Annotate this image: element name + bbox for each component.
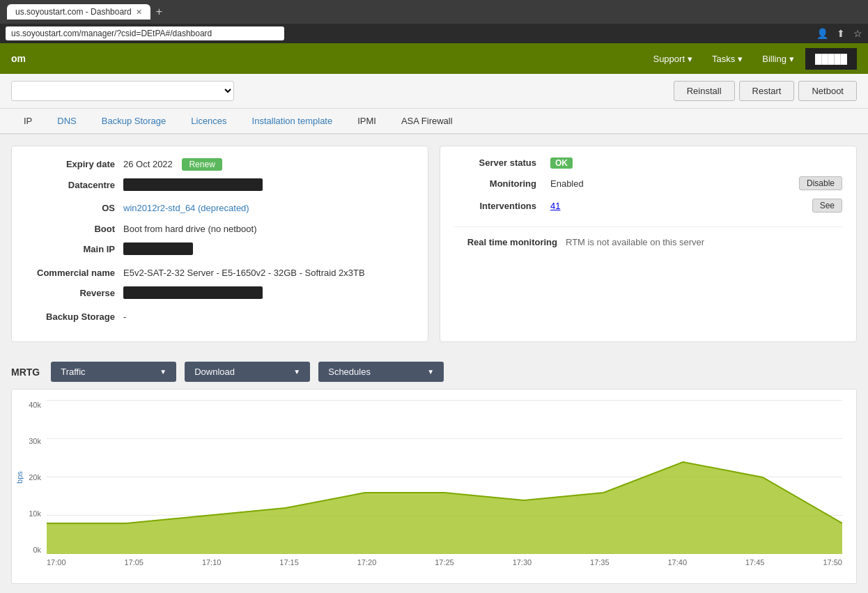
- nav-right: Support ▾ Tasks ▾ Billing ▾ █████: [644, 48, 857, 70]
- boot-label: Boot: [26, 222, 123, 236]
- top-nav: om Support ▾ Tasks ▾ Billing ▾ █████: [0, 43, 868, 74]
- expiry-date-label: Expiry date: [26, 157, 123, 171]
- traffic-arrow-icon: ▼: [160, 368, 166, 376]
- monitoring-value: Enabled: [550, 178, 793, 189]
- rtm-label: Real time monitoring: [454, 237, 566, 247]
- new-tab-button[interactable]: +: [156, 6, 162, 18]
- main-ip-value: [123, 242, 414, 259]
- reinstall-button[interactable]: Reinstall: [674, 81, 735, 101]
- action-buttons: Reinstall Restart Netboot: [674, 81, 857, 101]
- download-arrow-icon: ▼: [293, 368, 300, 376]
- browser-toolbar-icons: 👤 ⬆ ☆: [816, 28, 862, 39]
- tasks-button[interactable]: Tasks ▾: [704, 48, 751, 70]
- y-label-30k: 30k: [16, 437, 41, 445]
- address-bar: 👤 ⬆ ☆: [0, 24, 868, 43]
- support-chevron-icon: ▾: [688, 54, 692, 64]
- share-icon[interactable]: ⬆: [837, 28, 845, 39]
- address-input[interactable]: [6, 26, 284, 40]
- boot-row: Boot Boot from hard drive (no netboot): [26, 222, 414, 236]
- server-info-panel: Expiry date 26 Oct 2022 Renew Datacentre…: [11, 146, 428, 342]
- commercial-name-label: Commercial name: [26, 266, 123, 280]
- interventions-value: 41: [550, 201, 807, 211]
- disable-button[interactable]: Disable: [799, 176, 842, 190]
- reverse-value: [123, 286, 414, 303]
- server-status-label: Server status: [454, 157, 545, 168]
- backup-storage-label: Backup Storage: [26, 310, 123, 324]
- server-select[interactable]: [11, 81, 234, 101]
- datacentre-label: Datacentre: [26, 178, 123, 192]
- x-label-1750: 17:50: [823, 558, 842, 567]
- mrtg-header: MRTG Traffic ▼ Download ▼ Schedules ▼: [11, 353, 857, 389]
- os-link[interactable]: win2012r2-std_64 (deprecated): [123, 203, 249, 213]
- os-row: OS win2012r2-std_64 (deprecated): [26, 201, 414, 215]
- interventions-link[interactable]: 41: [550, 201, 560, 211]
- svg-marker-0: [47, 462, 842, 554]
- tab-installation-template[interactable]: Installation template: [240, 109, 346, 134]
- server-status-value: OK: [550, 157, 842, 168]
- see-button[interactable]: See: [812, 199, 842, 213]
- traffic-dropdown[interactable]: Traffic ▼: [51, 362, 176, 382]
- x-label-1745: 17:45: [745, 558, 765, 567]
- browser-tab[interactable]: us.soyoustart.com - Dashboard ✕: [7, 4, 150, 20]
- x-label-1710: 17:10: [202, 558, 222, 567]
- profile-icon[interactable]: 👤: [816, 28, 828, 39]
- y-label-40k: 40k: [16, 401, 41, 409]
- tab-asa-firewall[interactable]: ASA Firewall: [389, 109, 465, 134]
- interventions-label: Interventions: [454, 201, 545, 211]
- backup-storage-row: Backup Storage -: [26, 310, 414, 324]
- main-ip-row: Main IP: [26, 242, 414, 259]
- tasks-chevron-icon: ▾: [738, 54, 743, 64]
- schedules-dropdown[interactable]: Schedules ▼: [318, 362, 444, 382]
- mrtg-label: MRTG: [11, 367, 40, 378]
- x-label-1705: 17:05: [124, 558, 144, 567]
- x-label-1715: 17:15: [279, 558, 299, 567]
- user-button[interactable]: █████: [805, 48, 857, 70]
- os-label: OS: [26, 201, 123, 215]
- support-button[interactable]: Support ▾: [644, 48, 701, 70]
- content-area: Reinstall Restart Netboot IP DNS Backup …: [0, 74, 868, 593]
- tab-dns[interactable]: DNS: [45, 109, 88, 134]
- interventions-row: Interventions 41 See: [454, 199, 842, 213]
- expiry-date-row: Expiry date 26 Oct 2022 Renew: [26, 157, 414, 171]
- y-label-0k: 0k: [16, 546, 41, 554]
- bookmark-icon[interactable]: ☆: [853, 28, 862, 39]
- main-ip-redacted: [123, 242, 193, 255]
- schedules-label: Schedules: [328, 367, 371, 377]
- status-panel: Server status OK Monitoring Enabled Disa…: [440, 146, 857, 342]
- download-label: Download: [194, 367, 235, 377]
- schedules-arrow-icon: ▼: [427, 368, 434, 376]
- billing-label: Billing: [762, 54, 786, 64]
- commercial-name-value: E5v2-SAT-2-32 Server - E5-1650v2 - 32GB …: [123, 266, 414, 280]
- traffic-label: Traffic: [61, 367, 85, 377]
- close-tab-icon[interactable]: ✕: [136, 8, 142, 17]
- x-label-1740: 17:40: [668, 558, 688, 567]
- tab-licences[interactable]: Licences: [178, 109, 239, 134]
- main-ip-label: Main IP: [26, 242, 123, 256]
- x-label-1730: 17:30: [513, 558, 532, 567]
- backup-storage-value: -: [123, 310, 414, 324]
- main-panels: Expiry date 26 Oct 2022 Renew Datacentre…: [0, 134, 868, 353]
- download-dropdown[interactable]: Download ▼: [185, 362, 310, 382]
- datacentre-value: [123, 178, 414, 195]
- tabs-bar: IP DNS Backup Storage Licences Installat…: [0, 109, 868, 134]
- y-axis: 0k 10k 20k 30k 40k: [16, 401, 41, 554]
- chart-svg: [47, 401, 842, 554]
- tab-backup-storage[interactable]: Backup Storage: [89, 109, 179, 134]
- chart-area: bps 0k 10k 20k 30k 40k: [11, 389, 857, 584]
- restart-button[interactable]: Restart: [739, 81, 795, 101]
- datacentre-redacted: [123, 178, 263, 191]
- rtm-row: Real time monitoring RTM is not availabl…: [454, 226, 842, 247]
- netboot-button[interactable]: Netboot: [798, 81, 857, 101]
- x-label-1700: 17:00: [47, 558, 66, 567]
- tab-title: us.soyoustart.com - Dashboard: [15, 7, 132, 17]
- action-bar: Reinstall Restart Netboot: [0, 74, 868, 109]
- billing-button[interactable]: Billing ▾: [754, 48, 803, 70]
- chart-inner: bps 0k 10k 20k 30k 40k: [47, 401, 842, 554]
- monitoring-label: Monitoring: [454, 178, 545, 189]
- tab-ipmi[interactable]: IPMI: [345, 109, 389, 134]
- tab-ip[interactable]: IP: [11, 109, 45, 134]
- monitoring-row: Monitoring Enabled Disable: [454, 176, 842, 190]
- renew-button[interactable]: Renew: [182, 158, 222, 171]
- y-label-20k: 20k: [16, 473, 41, 482]
- reverse-row: Reverse: [26, 286, 414, 303]
